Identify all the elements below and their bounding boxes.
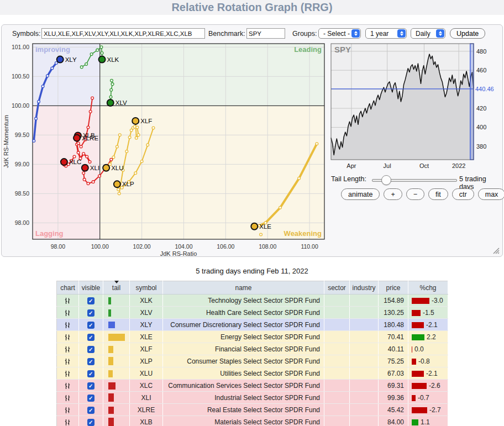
visible-checkbox[interactable] — [87, 322, 95, 329]
svg-text:420: 420 — [476, 105, 486, 112]
symbols-input[interactable] — [41, 28, 205, 39]
animate-button[interactable]: animate — [341, 188, 380, 200]
svg-text:improving: improving — [35, 45, 70, 54]
svg-text:Lagging: Lagging — [35, 229, 64, 238]
chart-cell[interactable] — [57, 307, 79, 319]
sector-cell — [324, 392, 350, 404]
price-cell: 99.36 — [379, 392, 408, 404]
visible-cell — [79, 294, 103, 307]
visible-checkbox[interactable] — [87, 346, 95, 353]
symbol-cell: XLV — [130, 307, 163, 319]
chart-cell[interactable] — [57, 367, 79, 380]
chart-icon[interactable] — [64, 382, 71, 390]
column-header-sector[interactable]: sector — [324, 281, 350, 294]
table-header-row: chartvisibletailsymbolnamesectorindustry… — [57, 281, 448, 294]
rrg-marker-XLU[interactable]: XLU — [103, 165, 123, 171]
spy-mini-chart[interactable]: SPY380400420460480440.46AprJulOct2022 — [329, 41, 501, 170]
chart-cell[interactable] — [57, 319, 79, 331]
chart-icon[interactable] — [64, 297, 71, 304]
fit-button[interactable]: fit — [428, 188, 448, 200]
tail-swatch — [108, 418, 114, 426]
groups-select[interactable]: - Select - — [318, 28, 361, 39]
pct-change-cell: -2.1 — [408, 367, 448, 380]
chart-cell[interactable] — [57, 392, 79, 404]
chart-icon[interactable] — [64, 322, 71, 329]
rrg-marker-XLK[interactable]: XLK — [99, 56, 119, 63]
column-header-visible[interactable]: visible — [79, 281, 103, 294]
price-cell: 130.25 — [379, 307, 408, 319]
column-header-tail[interactable]: tail — [103, 281, 130, 294]
pct-change-cell: -0.8 — [408, 355, 448, 367]
price-cell: 45.42 — [379, 404, 408, 416]
tail-length-slider-handle[interactable] — [381, 175, 391, 185]
svg-text:400: 400 — [476, 124, 486, 130]
column-header-price[interactable]: price — [379, 281, 408, 294]
visible-checkbox[interactable] — [87, 309, 95, 317]
visible-checkbox[interactable] — [87, 358, 95, 365]
period-select[interactable]: 1 year — [365, 28, 407, 39]
price-cell: 67.03 — [379, 367, 408, 380]
chart-cell[interactable] — [57, 331, 79, 343]
column-header-symbol[interactable]: symbol — [130, 281, 163, 294]
price-cell: 69.31 — [379, 380, 408, 392]
column-header-chart[interactable]: chart — [57, 281, 79, 294]
chart-icon[interactable] — [64, 346, 71, 353]
column-header-name[interactable]: name — [163, 281, 324, 294]
resize-handle-icon[interactable] — [492, 246, 500, 255]
chart-icon[interactable] — [64, 358, 71, 365]
zoom-out-button[interactable]: − — [406, 188, 424, 200]
visible-checkbox[interactable] — [87, 395, 95, 402]
rrg-marker-XLF[interactable]: XLF — [132, 118, 152, 124]
visible-checkbox[interactable] — [87, 297, 95, 304]
chart-cell[interactable] — [57, 416, 79, 426]
chart-cell[interactable] — [57, 404, 79, 416]
rrg-marker-XLE[interactable]: XLE — [251, 223, 271, 230]
tail-length-label: Tail Length: — [331, 175, 366, 183]
industry-cell — [350, 331, 379, 343]
price-cell: 70.41 — [379, 331, 408, 343]
svg-text:480: 480 — [476, 48, 486, 55]
chart-icon[interactable] — [64, 419, 71, 426]
max-button[interactable]: max — [478, 188, 504, 200]
visible-checkbox[interactable] — [87, 407, 95, 414]
visible-checkbox[interactable] — [87, 382, 95, 390]
chart-icon[interactable] — [64, 407, 71, 414]
rrg-marker-XLRE[interactable]: XLRE — [74, 135, 98, 141]
chart-cell[interactable] — [57, 380, 79, 392]
chart-icon[interactable] — [64, 395, 71, 402]
update-button[interactable]: Update — [450, 28, 485, 39]
chart-cell[interactable] — [57, 294, 79, 307]
chart-cell[interactable] — [57, 343, 79, 355]
column-header-industry[interactable]: industry — [350, 281, 379, 294]
rrg-marker-XLI[interactable]: XLI — [82, 165, 99, 171]
symbol-cell: XLE — [130, 331, 163, 343]
spy-selection-band[interactable] — [470, 44, 474, 160]
industry-cell — [350, 343, 379, 355]
center-button[interactable]: ctr — [452, 188, 474, 200]
chart-icon[interactable] — [64, 370, 71, 377]
svg-text:XLK: XLK — [107, 56, 119, 63]
chart-icon[interactable] — [64, 309, 71, 317]
title-bar: Relative Rotation Graph (RRG) — [0, 0, 504, 15]
column-header-chg[interactable]: %chg — [408, 281, 448, 294]
svg-text:98.00: 98.00 — [51, 243, 65, 250]
zoom-in-button[interactable]: + — [384, 188, 402, 200]
rrg-marker-XLY[interactable]: XLY — [57, 56, 77, 63]
visible-cell — [79, 392, 103, 404]
visible-checkbox[interactable] — [87, 334, 95, 341]
benchmark-input[interactable] — [246, 28, 285, 39]
pct-change-cell: -0.7 — [408, 392, 448, 404]
visible-cell — [79, 331, 103, 343]
chart-cell[interactable] — [57, 355, 79, 367]
page-title: Relative Rotation Graph (RRG) — [0, 0, 504, 14]
rrg-marker-XLV[interactable]: XLV — [107, 99, 127, 106]
visible-checkbox[interactable] — [87, 370, 95, 377]
frequency-select[interactable]: Daily — [411, 28, 445, 39]
tail-cell — [103, 319, 130, 331]
svg-text:Apr: Apr — [347, 162, 356, 169]
symbol-cell: XLRE — [130, 404, 163, 416]
rrg-chart[interactable]: improvingLeadingLaggingWeakening98.00100… — [2, 40, 332, 258]
chart-icon[interactable] — [64, 334, 71, 341]
visible-checkbox[interactable] — [87, 419, 95, 426]
rrg-marker-XLC[interactable]: XLC — [61, 159, 81, 165]
